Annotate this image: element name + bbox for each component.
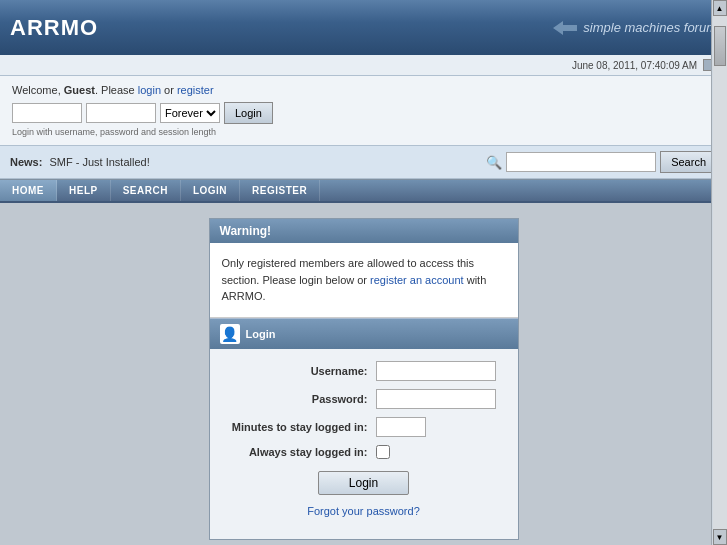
datetime-text: June 08, 2011, 07:40:09 AM [572,60,697,71]
login-submit-row: Login [226,471,502,495]
always-logged-row: Always stay logged in: [226,445,502,459]
login-password-input[interactable] [376,389,496,409]
username-input[interactable] [12,103,82,123]
warning-box: Warning! Only registered members are all… [209,218,519,540]
user-icon: 👤 [220,324,240,344]
inner-login-section: 👤 Login Username: Password: Minutes to s… [210,318,518,539]
news-label: News: [10,156,42,168]
news-bar: News: SMF - Just Installed! 🔍 Search [0,146,727,179]
minutes-label: Minutes to stay logged in: [226,421,376,433]
password-label: Password: [226,393,376,405]
or-text: or [161,84,177,96]
password-input[interactable] [86,103,156,123]
welcome-suffix: . Please [95,84,138,96]
minutes-row: Minutes to stay logged in: 60 [226,417,502,437]
password-row: Password: [226,389,502,409]
nav-search[interactable]: SEARCH [111,180,181,201]
brand-text: simple machines forum [583,20,717,35]
username-row: Username: [226,361,502,381]
news-content: SMF - Just Installed! [49,156,149,168]
welcome-text: Welcome, Guest. Please login or register [12,84,715,96]
nav-bar: HOME HELP SEARCH LOGIN REGISTER [0,179,727,203]
login-form-area: Username: Password: Minutes to stay logg… [210,349,518,539]
session-note: Login with username, password and sessio… [12,127,715,137]
welcome-prefix: Welcome, [12,84,64,96]
inner-login-title: Login [246,328,276,340]
scroll-down-arrow[interactable]: ▼ [713,529,727,545]
inner-login-header: 👤 Login [210,318,518,349]
session-select[interactable]: Forever [160,103,220,123]
search-icon: 🔍 [486,155,502,170]
always-logged-checkbox[interactable] [376,445,390,459]
username-label: Username: [226,365,376,377]
svg-marker-0 [553,21,577,35]
warning-body: Only registered members are allowed to a… [210,243,518,318]
scroll-up-arrow[interactable]: ▲ [713,0,727,16]
main-content: Warning! Only registered members are all… [0,203,727,545]
site-logo: ARRMO [10,15,98,41]
nav-register[interactable]: REGISTER [240,180,320,201]
welcome-user: Guest [64,84,95,96]
nav-home[interactable]: HOME [0,180,57,201]
search-button[interactable]: Search [660,151,717,173]
login-username-input[interactable] [376,361,496,381]
news-text: News: SMF - Just Installed! [10,156,150,168]
register-account-link[interactable]: register an account [370,274,464,286]
forgot-row: Forgot your password? [226,501,502,527]
login-link[interactable]: login [138,84,161,96]
warning-header: Warning! [210,219,518,243]
site-header: ARRMO simple machines forum [0,0,727,55]
scroll-track[interactable] [713,16,727,529]
scroll-thumb[interactable] [714,26,726,66]
register-link[interactable]: register [177,84,214,96]
scrollbar-right: ▲ ▼ [711,0,727,545]
forgot-password-link[interactable]: Forgot your password? [307,505,420,517]
nav-help[interactable]: HELP [57,180,111,201]
top-bar: June 08, 2011, 07:40:09 AM [0,55,727,76]
search-area: 🔍 Search [486,151,717,173]
login-area: Welcome, Guest. Please login or register… [0,76,727,146]
search-input[interactable] [506,152,656,172]
minutes-input[interactable]: 60 [376,417,426,437]
nav-login[interactable]: LOGIN [181,180,240,201]
header-login-form: Forever Login [12,102,715,124]
brand-arrow-icon [553,21,577,35]
always-logged-label: Always stay logged in: [226,446,376,458]
inner-login-button[interactable]: Login [318,471,409,495]
header-login-button[interactable]: Login [224,102,273,124]
smf-brand: simple machines forum [553,20,717,35]
